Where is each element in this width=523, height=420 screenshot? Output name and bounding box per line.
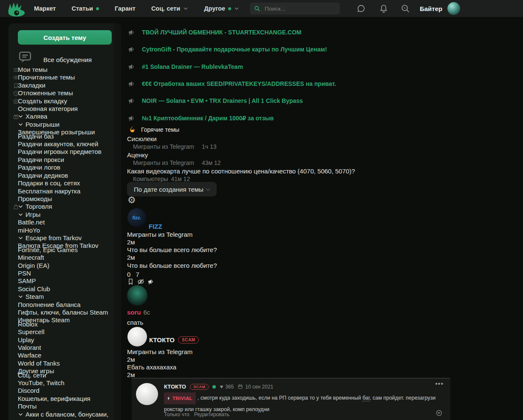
thread-forum[interactable]: Мигранты из Telegram: [127, 348, 192, 355]
hot-topic-title[interactable]: Какая видеокарта лучше по соотношению це…: [127, 167, 416, 175]
sidebar-item[interactable]: Раздачи аккаунтов, ключей: [18, 140, 114, 148]
sidebar-item[interactable]: miHoYo: [18, 227, 114, 234]
announcement-link[interactable]: #1 Solana Drainer — RublevkaTeam: [142, 63, 243, 70]
sidebar-item[interactable]: Valorant: [18, 344, 114, 352]
sidebar-item[interactable]: Халява: [18, 113, 114, 120]
hot-topic[interactable]: Какая видеокарта лучше по соотношению це…: [127, 167, 416, 183]
username-ktokto[interactable]: КТОКТО: [149, 336, 175, 343]
sidebar-item[interactable]: Отложенные темы: [18, 89, 114, 97]
sidebar-item[interactable]: Раздачи дедиков: [18, 172, 114, 179]
sidebar-item[interactable]: Закладки: [18, 82, 114, 89]
username[interactable]: Байтер: [420, 5, 442, 12]
notifications-bell-icon[interactable]: [379, 4, 388, 13]
hot-topic[interactable]: АценкуМигранты из Telegram43м 12: [127, 151, 416, 167]
username-fizz[interactable]: FIZZ: [149, 223, 162, 230]
sort-dropdown[interactable]: По дате создания темы: [127, 182, 217, 196]
thread-forum[interactable]: Мигранты из Telegram: [127, 231, 192, 238]
site-logo-icon[interactable]: [6, 1, 27, 16]
sidebar-item[interactable]: Пополнение баланса: [18, 301, 114, 309]
search-input[interactable]: [264, 5, 329, 12]
hot-topic-forum[interactable]: Мигранты из Telegram: [133, 143, 194, 150]
hot-topic-forum[interactable]: Компьютеры: [133, 176, 168, 182]
sidebar-scrollbar[interactable]: [114, 23, 121, 420]
sidebar-item[interactable]: Раздачи логов: [18, 164, 114, 171]
sidebar-item[interactable]: Minecraft: [18, 254, 114, 261]
eye-off-icon[interactable]: [137, 278, 144, 285]
sidebar-item[interactable]: Соц. сети: [18, 372, 114, 379]
hot-topic-title[interactable]: Аценку: [127, 151, 416, 159]
post-author[interactable]: КТОКТО: [164, 383, 186, 390]
user-avatar[interactable]: [447, 2, 460, 15]
sidebar-item[interactable]: Supercell: [18, 328, 114, 336]
sidebar-item[interactable]: Торговля: [18, 203, 114, 210]
hot-topic-forum[interactable]: Мигранты из Telegram: [133, 159, 194, 166]
announcement-link[interactable]: ТВОЙ ЛУЧШИЙ ОБМЕННИК - STUARTEXCHANGE.CO…: [142, 29, 302, 36]
sidebar-item[interactable]: Почты: [18, 403, 114, 410]
sidebar-item[interactable]: Uplay: [18, 336, 114, 344]
sidebar-item[interactable]: Создать вкладку: [18, 97, 114, 105]
sidebar-item[interactable]: Кошельки, верификация: [18, 395, 114, 403]
announcement-link[interactable]: CytronGift - Продавайте подарочные карты…: [142, 46, 327, 53]
sidebar-item[interactable]: PSN: [18, 270, 114, 277]
sidebar-item[interactable]: Бесплатная накрутка: [18, 187, 114, 195]
sidebar-item[interactable]: Раздачи прокси: [18, 156, 114, 164]
sidebar-item[interactable]: Раздачи баз: [18, 133, 114, 140]
menu-item[interactable]: Другое: [204, 5, 239, 12]
sidebar-item[interactable]: Fortnite, Epic Games: [18, 246, 114, 254]
avatar-soru[interactable]: [127, 285, 147, 306]
sidebar-item[interactable]: YouTube, Twitch: [18, 379, 114, 387]
sidebar-item[interactable]: Раздачи игровых предметов: [18, 148, 114, 156]
settings-gear-icon[interactable]: ⚙: [127, 196, 136, 205]
avatar-ktokto[interactable]: [127, 327, 147, 346]
sidebar-item[interactable]: Гифты, ключи, балансы Steam: [18, 309, 114, 316]
megaphone-icon[interactable]: [147, 278, 155, 285]
menu-item[interactable]: Статьи: [71, 5, 99, 12]
announcement-link[interactable]: NOIR — Solana • EVM • TRX Drainers | All…: [142, 97, 303, 104]
thread-title[interactable]: Ебать ахахахаха: [127, 363, 176, 371]
post-menu-dots[interactable]: •••: [435, 380, 444, 388]
bookmark-icon[interactable]: [127, 278, 134, 285]
announcement-link[interactable]: №1 Криптообменник / Дарим 1000₽ за отзыв: [142, 115, 274, 122]
sidebar-item[interactable]: Мои темы: [18, 66, 114, 74]
sidebar-item[interactable]: Основная категория: [18, 105, 114, 113]
sidebar-item[interactable]: Steam: [18, 293, 114, 301]
sidebar-item[interactable]: Escape from Tarkov: [18, 234, 114, 242]
sidebar-item[interactable]: Прочитанные темы: [18, 74, 114, 81]
menu-item[interactable]: Соц. сети: [151, 5, 188, 12]
sidebar-item[interactable]: подписками: [18, 418, 114, 420]
thread-title[interactable]: Что вы больше всего любите?: [127, 262, 217, 269]
menu-item[interactable]: Гарант: [115, 5, 136, 12]
create-topic-button[interactable]: Создать тему: [18, 30, 112, 45]
hot-topic-title[interactable]: Сисюлеки: [127, 135, 416, 143]
sidebar-item[interactable]: Промокоды: [18, 195, 114, 203]
announcement-link[interactable]: €€€ Отработка ваших SEED/PRIVATEKEYS/ADD…: [142, 80, 336, 87]
sidebar-item[interactable]: Discord: [18, 387, 114, 394]
thread-ktokto: КТОКТО SCAM Мигранты из Telegram 2м Ебат…: [127, 327, 416, 378]
menu-item[interactable]: Маркет: [34, 5, 56, 12]
thread-title[interactable]: спать: [127, 319, 143, 326]
search-box[interactable]: [250, 3, 340, 14]
sidebar-item[interactable]: Warface: [18, 352, 114, 359]
username-soru[interactable]: soru: [127, 309, 141, 316]
avatar-ktokto-post[interactable]: [136, 383, 158, 405]
sidebar-item[interactable]: Розыгрыши: [18, 121, 114, 128]
sidebar-item[interactable]: Battle.net: [18, 219, 114, 226]
mention-chip[interactable]: TRIVIAL: [164, 392, 196, 404]
thread-title[interactable]: Что вы больше всего любите?: [127, 246, 217, 253]
sidebar-item[interactable]: SAMP: [18, 277, 114, 285]
sidebar-item[interactable]: Акки с балансом, бонусами,: [18, 411, 114, 418]
sidebar-item-label: Раздачи логов: [18, 164, 60, 171]
messages-icon[interactable]: [356, 4, 366, 13]
hot-topic[interactable]: СисюлекиМигранты из Telegram1ч 13: [127, 135, 416, 151]
avatar-fizz[interactable]: fizz.: [127, 208, 146, 227]
sidebar-item[interactable]: Игры: [18, 211, 114, 219]
sidebar-item[interactable]: Origin (EA): [18, 262, 114, 270]
sidebar-item[interactable]: Подарки в соц. сетях: [18, 179, 114, 187]
sidebar-item-all-discussions[interactable]: Все обсуждения: [18, 50, 92, 64]
quick-search-icon[interactable]: [401, 4, 410, 13]
sidebar-item[interactable]: Roblox: [18, 321, 114, 328]
sidebar-item[interactable]: World of Tanks: [18, 360, 114, 367]
sidebar-item[interactable]: Social Club: [18, 285, 114, 293]
reply-icon[interactable]: [435, 409, 443, 417]
edit-link[interactable]: Редактировать: [194, 411, 229, 417]
